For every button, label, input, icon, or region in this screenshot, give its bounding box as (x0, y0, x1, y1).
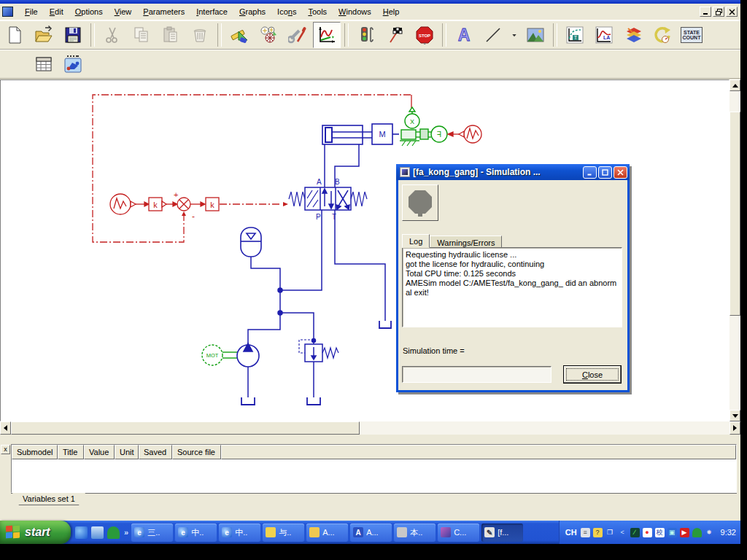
menu-options[interactable]: Options (69, 6, 109, 18)
menu-tools[interactable]: Tools (302, 6, 333, 18)
stop-simulation-button[interactable] (402, 184, 438, 221)
menu-icons[interactable]: Icons (271, 6, 302, 18)
copy-button[interactable] (128, 22, 155, 48)
tab-variables-set-1[interactable]: Variables set 1 (12, 493, 85, 505)
scroll-left-button[interactable] (0, 421, 11, 435)
image-tool-button[interactable] (522, 22, 549, 48)
dialog-maximize-button[interactable] (598, 166, 612, 179)
column-header-submodel[interactable]: Submodel (12, 445, 58, 459)
plot-button[interactable] (1, 51, 28, 77)
task-button[interactable]: e中.. (219, 524, 260, 542)
servo-valve[interactable]: A B P T (289, 178, 367, 221)
menu-parameters[interactable]: Parameters (137, 6, 190, 18)
dialog-close-button[interactable] (614, 166, 627, 179)
monitor-tray-icon[interactable]: ∕ (630, 528, 640, 537)
task-button[interactable]: C... (438, 524, 479, 542)
save-button[interactable] (59, 22, 87, 48)
panel-close-button[interactable]: x (1, 445, 10, 454)
tank-symbols[interactable] (241, 321, 391, 405)
state-count-button[interactable]: STATECOUNT (678, 22, 705, 48)
task-button[interactable]: ✎[f... (481, 524, 523, 542)
signal-source-force[interactable] (448, 125, 481, 143)
antivirus-tray-icon[interactable]: 校 (655, 528, 665, 537)
umbrella-tray-icon[interactable] (692, 528, 702, 537)
spinner-tray-icon[interactable]: ✸ (705, 528, 714, 537)
task-button[interactable]: AA... (350, 524, 392, 542)
dialog-minimize-button[interactable] (583, 166, 597, 179)
submodel-mode-button[interactable] (255, 22, 282, 48)
line-dropdown-button[interactable] (508, 22, 520, 48)
hydraulic-cylinder[interactable] (322, 125, 372, 144)
damper[interactable] (400, 129, 431, 146)
start-run-button[interactable] (352, 22, 380, 48)
menu-interface[interactable]: Interface (190, 6, 233, 18)
quick-launch-ie-icon[interactable] (75, 526, 88, 539)
sketch-mode-button[interactable] (225, 22, 253, 48)
line-tool-button[interactable] (479, 22, 507, 48)
gain-block-2[interactable]: k (206, 198, 219, 211)
chevron-left-tray-icon[interactable]: < (618, 528, 627, 537)
menu-file[interactable]: File (19, 6, 44, 18)
mdi-close-button[interactable] (726, 7, 738, 17)
text-tool-button[interactable]: A (450, 22, 478, 48)
cut-button[interactable] (98, 22, 126, 48)
scroll-right-button[interactable] (729, 421, 740, 435)
tab-warnings-errors[interactable]: Warnings/Errors (430, 236, 502, 248)
task-button[interactable]: A... (306, 524, 348, 542)
run-flag-button[interactable] (382, 22, 409, 48)
qq-tray-icon[interactable]: ● (643, 528, 652, 537)
plot-temporal-button[interactable]: T (561, 22, 589, 48)
animation-button[interactable] (59, 51, 87, 77)
open-button[interactable] (30, 22, 58, 48)
task-button[interactable]: e中.. (175, 524, 217, 542)
stop-button[interactable]: STOP (411, 22, 438, 48)
network-tray-icon[interactable]: ▣ (667, 528, 677, 537)
hscroll-thumb[interactable] (11, 421, 360, 435)
column-header-value[interactable]: Value (84, 445, 115, 459)
mdi-restore-button[interactable] (713, 7, 724, 17)
dialog-title-bar[interactable]: [fa_kong_gang] - Simulation ... (396, 164, 630, 180)
parameter-mode-button[interactable] (284, 22, 311, 48)
start-button[interactable]: start (0, 521, 71, 544)
menu-help[interactable]: Help (377, 6, 406, 18)
taskbar-clock[interactable]: 9:32 (721, 528, 736, 537)
run-mode-button[interactable] (313, 22, 341, 48)
scroll-up-button[interactable] (729, 79, 740, 91)
relief-valve[interactable] (299, 340, 338, 362)
column-header-saved[interactable]: Saved (139, 445, 172, 459)
help-tray-icon[interactable]: ? (593, 528, 603, 537)
menu-view[interactable]: View (109, 6, 138, 18)
media-tray-icon[interactable]: ▶ (680, 528, 689, 537)
new-button[interactable] (1, 22, 28, 48)
menu-windows[interactable]: Windows (333, 6, 377, 18)
menu-graphs[interactable]: Graphs (233, 6, 271, 18)
task-button[interactable]: 本.. (394, 524, 436, 542)
rewatch-button[interactable] (649, 22, 676, 48)
task-button[interactable]: e三.. (131, 524, 173, 542)
close-button[interactable]: Close (563, 365, 622, 384)
log-output[interactable]: Requesting hydraulic license ...got the … (402, 247, 622, 327)
task-button[interactable]: 与.. (263, 524, 304, 542)
vscroll-thumb[interactable] (729, 112, 740, 316)
column-header-unit[interactable]: Unit (115, 445, 139, 459)
force-source[interactable]: F (431, 126, 447, 142)
pump[interactable] (237, 343, 259, 367)
accumulator[interactable] (241, 228, 261, 257)
quick-launch-mail-icon[interactable] (91, 526, 104, 539)
keyboard-tray-icon[interactable]: ≡ (581, 528, 590, 537)
plot-linear-button[interactable]: LA (590, 22, 618, 48)
tab-log[interactable]: Log (402, 234, 430, 248)
scroll-down-button[interactable] (729, 410, 740, 421)
gain-block-1[interactable]: k (149, 198, 166, 211)
cross-results-button[interactable] (619, 22, 647, 48)
position-sensor[interactable]: X (405, 107, 419, 128)
vertical-scrollbar[interactable] (729, 79, 740, 421)
window-stack-tray-icon[interactable]: ❐ (605, 528, 615, 537)
simulation-time-field[interactable] (402, 366, 551, 383)
column-header-source-file[interactable]: Source file (172, 445, 221, 459)
mdi-minimize-button[interactable] (700, 7, 711, 17)
quick-launch-umbrella-icon[interactable] (107, 526, 120, 539)
horizontal-scrollbar[interactable] (0, 421, 740, 435)
quick-launch-chevron-icon[interactable]: » (124, 528, 128, 537)
delete-button[interactable] (186, 22, 214, 48)
